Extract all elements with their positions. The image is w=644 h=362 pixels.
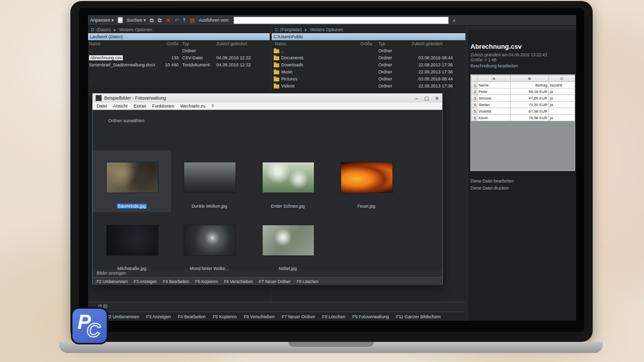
column-header-modified[interactable]: Zuletzt geändert (412, 40, 442, 47)
column-header-modified[interactable]: Zuletzt geändert (216, 40, 247, 47)
edit-file-link[interactable]: Diese Datei bearbeiten (470, 178, 514, 184)
function-key-item[interactable]: F8 Löschen (297, 279, 318, 284)
table-row[interactable]: Serienbrief_Stadtverwaltung.docx 10 480 … (88, 61, 270, 68)
photo-management-window: Beispielbilder - Fotoverwaltung – ▢ ✕ Da… (92, 93, 443, 285)
minimize-button[interactable]: – (416, 96, 419, 101)
breadcrumb-separator-icon: ▸ (305, 27, 307, 32)
folder-name: Downloads (281, 62, 303, 67)
function-key-item[interactable]: F3 Anzeigen (146, 314, 171, 319)
photo-thumbnail[interactable] (262, 162, 314, 193)
photo-thumbnail[interactable] (262, 225, 314, 256)
sheet-cell: Violetta (477, 108, 511, 115)
photo-label[interactable]: Feuer.jpg (331, 204, 401, 209)
search-icon[interactable]: ⌕ (453, 18, 456, 23)
sheet-col-header: C (549, 75, 575, 82)
search-menu-button[interactable]: Suchen ▾ (127, 18, 146, 23)
photo-thumbnail[interactable] (106, 225, 158, 256)
photo-label[interactable]: Milchstraße.jpg (97, 266, 167, 271)
chevron-down-icon: ▾ (143, 18, 146, 23)
function-key-item[interactable]: F4 Bearbeiten (178, 314, 205, 319)
function-key-item[interactable]: F4 Bearbeiten (163, 279, 189, 284)
more-options-link[interactable]: Weitere Optionen (119, 27, 152, 32)
delete-icon[interactable]: ✕ (166, 18, 170, 23)
file-size: 10 480 (148, 61, 179, 68)
toolbar: Anpassen ▾ Suchen ▾ ⧉ ⧉ ✕ ↶ ⤒ ▤ Ausführe… (88, 15, 576, 26)
photo-label[interactable]: Mond hinter Wolke... (174, 266, 245, 271)
table-row[interactable]: Downloads Ordner 22.08.2013 17:36 (272, 61, 465, 68)
left-breadcrumb: D: (Daten) ▸ Weitere Optionen (88, 26, 270, 33)
archive-icon[interactable]: ▤ (190, 18, 195, 23)
menu-item-funktionen[interactable]: Funktionen (152, 104, 174, 109)
sheet-cell: Name (477, 82, 511, 88)
copy-icon[interactable]: ⧉ (150, 18, 154, 23)
column-header-type[interactable]: Typ (378, 40, 385, 47)
select-folder-label[interactable]: Ordner auswählen (108, 118, 144, 123)
photo-thumbnail[interactable] (341, 162, 393, 193)
sheet-cell: ja (549, 115, 575, 121)
menu-item-datei[interactable]: Datei (97, 104, 107, 109)
sheet-row: 1 Name Beitrag bezahlt (471, 82, 575, 88)
folder-icon (274, 49, 279, 53)
edit-description-link[interactable]: Beschreibung bearbeiten (470, 63, 518, 68)
function-key-item[interactable]: F2 Umbenennen (106, 314, 139, 319)
customize-menu-button[interactable]: Anpassen ▾ (90, 18, 114, 23)
function-key-item[interactable]: F6 Verschieben (224, 279, 253, 284)
breadcrumb-drive[interactable]: C: (Festplatte) (275, 27, 302, 32)
undo-icon[interactable]: ↶ (175, 18, 179, 23)
menu-item-extras[interactable]: Extras (133, 104, 146, 109)
table-row[interactable]: .. Ordner (272, 47, 465, 54)
table-row[interactable]: Music Ordner 22.08.2013 17:36 (272, 68, 465, 75)
document-icon (118, 17, 123, 23)
column-header-name[interactable]: Name (275, 40, 286, 47)
function-key-item[interactable]: F8 Löschen (322, 314, 345, 319)
sheet-row: 5 Violetta 67,98 EUR (471, 108, 575, 115)
function-key-item[interactable]: F11 Ganzer Bildschirm (396, 314, 441, 319)
table-row[interactable]: Documents Ordner 03.08.2016 08:44 (272, 54, 465, 61)
more-options-link[interactable]: Weitere Optionen (310, 27, 343, 32)
column-header-type[interactable]: Typ (182, 40, 189, 47)
photo-window-titlebar[interactable]: Beispielbilder - Fotoverwaltung – ▢ ✕ (93, 94, 442, 103)
menu-item-wechseln-zu[interactable]: Wechseln zu (180, 104, 205, 109)
selected-photo-label[interactable]: Baumrinde.jpg (117, 204, 147, 209)
paste-icon[interactable]: ⧉ (158, 18, 162, 23)
table-row[interactable]: Videos Ordner 22.08.2013 17:36 (272, 82, 465, 89)
breadcrumb-drive[interactable]: D: (Daten) (91, 27, 111, 32)
function-key-item[interactable]: F7 Neuer Ordner (282, 314, 315, 319)
photo-label[interactable]: Erster Schnee.jpg (253, 204, 323, 209)
function-key-item[interactable]: F9 Fotoverwaltung (352, 314, 389, 319)
photo-function-key-bar: F2 Umbenennen F3 Anzeigen F4 Bearbeiten … (93, 277, 442, 285)
left-path-bar[interactable]: Laufwerk (Daten) (88, 33, 270, 40)
function-key-item[interactable]: F5 Kopieren (213, 314, 237, 319)
table-row[interactable]: .. Ordner (88, 47, 270, 54)
function-key-item[interactable]: F2 Umbenennen (97, 279, 128, 284)
function-key-item[interactable]: F3 Anzeigen (134, 279, 157, 284)
menu-item-help[interactable]: ? (211, 104, 214, 109)
file-modified: 04.09.2016 12:22 (216, 54, 251, 61)
table-row[interactable]: Pictures Ordner 03.08.2016 08:44 (272, 75, 465, 82)
function-key-item[interactable]: F6 Verschieben (244, 314, 275, 319)
chevron-down-icon: ▾ (112, 18, 114, 23)
menu-item-ansicht[interactable]: Ansicht (113, 104, 128, 109)
maximize-button[interactable]: ▢ (424, 96, 429, 101)
sheet-col-header: A (477, 75, 511, 82)
command-input[interactable] (233, 17, 449, 24)
function-key-item[interactable]: F7 Neuer Ordner (259, 279, 291, 284)
upload-icon[interactable]: ⤒ (183, 18, 186, 23)
column-header-size[interactable]: Größe (342, 40, 372, 47)
folder-name: Documents (281, 55, 304, 60)
column-header-size[interactable]: Größe (148, 40, 179, 47)
table-row[interactable]: Abrechnung.csv 133 CSV-Datei 04.09.2016 … (88, 54, 270, 61)
photo-grid: Ordner auswählen Baumrinde.jpg Dunkle Wo… (93, 110, 442, 269)
close-button[interactable]: ✕ (435, 96, 439, 101)
function-key-item[interactable]: F5 Kopieren (195, 279, 218, 284)
right-path-bar[interactable]: C:\Users\Public (272, 33, 465, 40)
preview-sidebar: Abrechnung.csv Zuletzt geändert am 04.09… (468, 30, 576, 321)
photo-thumbnail[interactable] (184, 225, 236, 256)
photo-label[interactable]: Dunkle Wolken.jpg (174, 204, 245, 209)
photo-thumbnail[interactable] (184, 162, 236, 193)
file-name: .. (89, 47, 92, 54)
print-file-link[interactable]: Diese Datei drucken (470, 186, 509, 191)
photo-label[interactable]: Nebel.jpg (253, 266, 323, 271)
column-header-name[interactable]: Name (89, 40, 101, 47)
photo-thumbnail[interactable] (106, 162, 158, 193)
